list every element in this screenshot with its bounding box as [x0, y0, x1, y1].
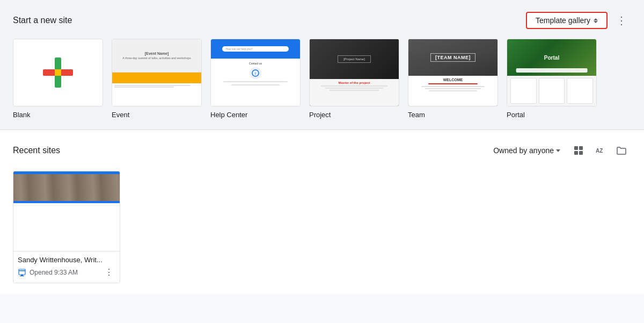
chevron-updown-icon — [594, 18, 598, 23]
template-item-event[interactable]: [Event Name] A three-day summit of talks… — [112, 39, 202, 119]
template-card-blank[interactable] — [13, 39, 103, 106]
portal-card-1 — [510, 78, 537, 104]
site-more-icon: ⋮ — [105, 268, 113, 277]
template-gallery-label: Template gallery — [536, 16, 590, 25]
project-lower: Master of the project — [310, 79, 399, 106]
svg-rect-10 — [19, 269, 25, 275]
site-card[interactable]: Sandy Writtenhouse, Writ... Opened 9:33 … — [13, 171, 120, 283]
template-label-portal: Portal — [507, 111, 525, 119]
team-map-bg: [TEAM NAME] — [408, 39, 497, 76]
grid-view-button[interactable] — [569, 141, 588, 160]
site-info: Sandy Writtenhouse, Writ... Opened 9:33 … — [13, 252, 120, 283]
svg-text:AZ: AZ — [596, 148, 603, 154]
team-name-box: [TEAM NAME] — [430, 53, 475, 62]
project-dark-overlay: [Project Name] — [310, 39, 399, 79]
start-new-site-section: Start a new site Template gallery ⋮ — [0, 0, 644, 130]
template-card-portal[interactable]: Portal — [507, 39, 597, 106]
more-vert-icon: ⋮ — [616, 14, 627, 27]
team-preview: [TEAM NAME] WELCOME — [408, 39, 497, 106]
site-meta: Opened 9:33 AM ⋮ — [18, 266, 115, 278]
template-item-project[interactable]: [Project Name] Master of the project Pro… — [309, 39, 399, 119]
chevron-down-icon — [594, 21, 598, 23]
templates-row: Blank [Event Name] A three-day summit of… — [13, 39, 631, 119]
svg-text:i: i — [255, 71, 256, 76]
template-item-blank[interactable]: Blank — [13, 39, 103, 119]
project-preview: [Project Name] Master of the project — [310, 39, 399, 106]
bottom-actions: Owned by anyone AZ — [489, 141, 631, 160]
sort-az-button[interactable]: AZ — [590, 141, 610, 160]
help-preview: How can we help you? Contact us i — [211, 39, 300, 106]
svg-rect-2 — [55, 69, 61, 76]
portal-top: Portal — [507, 39, 596, 76]
recent-sites-section: Recent sites Owned by anyone — [0, 130, 644, 294]
sort-az-icon: AZ — [595, 146, 605, 155]
view-buttons: AZ — [569, 141, 631, 160]
svg-rect-12 — [21, 275, 23, 276]
portal-card-2 — [539, 78, 565, 104]
template-label-blank: Blank — [13, 111, 31, 119]
svg-rect-7 — [574, 151, 578, 155]
site-opened-time: Opened 9:33 AM — [30, 269, 78, 276]
help-circle-icon: i — [250, 67, 261, 79]
template-label-event: Event — [112, 111, 129, 119]
sites-icon — [18, 269, 26, 276]
event-preview: [Event Name] A three-day summit of talks… — [112, 39, 201, 106]
sites-grid: Sandy Writtenhouse, Writ... Opened 9:33 … — [13, 171, 631, 283]
owned-by-label: Owned by anyone — [493, 146, 554, 155]
team-welcome: WELCOME — [443, 78, 463, 82]
portal-search — [516, 68, 588, 73]
google-plus-icon — [39, 53, 77, 92]
portal-preview: Portal — [507, 39, 596, 106]
template-card-event[interactable]: [Event Name] A three-day summit of talks… — [112, 39, 202, 106]
template-label-team: Team — [408, 111, 425, 119]
more-options-button[interactable]: ⋮ — [612, 11, 631, 30]
template-item-team[interactable]: [TEAM NAME] WELCOME Team — [408, 39, 498, 119]
svg-rect-8 — [579, 151, 583, 155]
template-item-help-center[interactable]: How can we help you? Contact us i — [210, 39, 301, 119]
thumbnail-image — [13, 171, 120, 201]
portal-lower — [507, 76, 596, 106]
template-card-help[interactable]: How can we help you? Contact us i — [210, 39, 301, 106]
recent-sites-title: Recent sites — [13, 146, 60, 155]
template-card-team[interactable]: [TEAM NAME] WELCOME — [408, 39, 498, 106]
top-actions: Template gallery ⋮ — [526, 11, 631, 30]
template-card-project[interactable]: [Project Name] Master of the project — [309, 39, 399, 106]
svg-rect-13 — [20, 276, 24, 276]
chevron-up-icon — [594, 18, 598, 20]
team-text-lines — [416, 86, 491, 91]
project-title: Master of the project — [313, 81, 396, 84]
template-item-portal[interactable]: Portal Portal — [507, 39, 597, 119]
template-gallery-button[interactable]: Template gallery — [526, 12, 608, 29]
portal-card-3 — [567, 78, 593, 104]
team-red-line — [428, 83, 478, 84]
svg-rect-6 — [579, 146, 583, 150]
template-label-project: Project — [309, 111, 331, 119]
top-header: Start a new site Template gallery ⋮ — [13, 11, 631, 30]
thumbnail-lower — [13, 203, 120, 252]
help-blue-bar: How can we help you? — [211, 39, 300, 59]
svg-rect-11 — [19, 270, 25, 271]
dropdown-arrow-icon — [556, 149, 560, 152]
folder-button[interactable] — [612, 141, 631, 160]
template-label-help: Help Center — [210, 111, 247, 119]
bottom-header: Recent sites Owned by anyone — [13, 141, 631, 160]
site-type-icon — [18, 268, 26, 277]
owned-by-dropdown[interactable]: Owned by anyone — [489, 143, 565, 158]
site-more-button[interactable]: ⋮ — [103, 266, 115, 278]
grid-view-icon — [574, 146, 583, 155]
folder-icon — [617, 146, 626, 155]
section-title: Start a new site — [13, 16, 72, 25]
team-lower: WELCOME — [408, 76, 497, 106]
svg-rect-5 — [574, 146, 578, 150]
site-meta-left: Opened 9:33 AM — [18, 268, 78, 277]
site-name: Sandy Writtenhouse, Writ... — [18, 256, 115, 264]
project-lines — [313, 85, 396, 91]
portal-title: Portal — [544, 55, 559, 61]
site-thumbnail — [13, 171, 120, 252]
